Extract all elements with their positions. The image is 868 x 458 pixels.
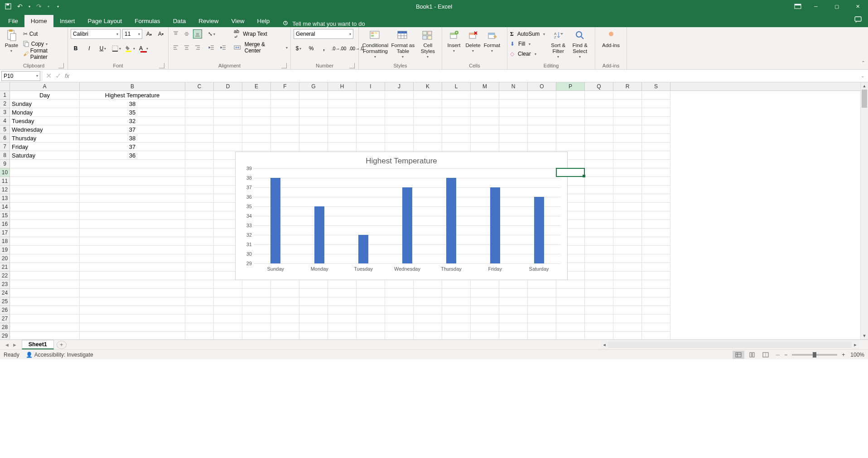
cell-F7[interactable] <box>271 143 299 151</box>
wrap-text-button[interactable]: ab⤶Wrap Text <box>234 29 288 39</box>
cell-D3[interactable] <box>214 108 242 117</box>
cell-K1[interactable] <box>414 91 442 100</box>
cell-P27[interactable] <box>556 315 585 323</box>
cell-R28[interactable] <box>613 323 642 332</box>
cell-P29[interactable] <box>556 332 585 339</box>
cell-O27[interactable] <box>528 315 556 323</box>
cell-J5[interactable] <box>385 125 414 134</box>
tab-page-layout[interactable]: Page Layout <box>82 15 129 27</box>
number-format-select[interactable]: General▾ <box>294 29 353 39</box>
cell-Q7[interactable] <box>585 143 613 151</box>
cell-F27[interactable] <box>271 315 299 323</box>
cell-Q22[interactable] <box>585 272 613 280</box>
cell-P1[interactable] <box>556 91 585 100</box>
cell-G1[interactable] <box>299 91 328 100</box>
cell-R20[interactable] <box>613 254 642 263</box>
cell-E29[interactable] <box>242 332 271 339</box>
cell-F29[interactable] <box>271 332 299 339</box>
cell-J26[interactable] <box>385 306 414 315</box>
cell-E25[interactable] <box>242 297 271 306</box>
column-header-C[interactable]: C <box>185 82 214 91</box>
cell-C4[interactable] <box>185 117 214 125</box>
cell-H23[interactable] <box>328 280 357 289</box>
delete-cells-button[interactable]: Delete▾ <box>464 29 482 53</box>
cell-L2[interactable] <box>442 100 471 108</box>
row-header-8[interactable]: 8 <box>0 151 10 160</box>
cell-O4[interactable] <box>528 117 556 125</box>
cell-H25[interactable] <box>328 297 357 306</box>
cell-G3[interactable] <box>299 108 328 117</box>
cell-S17[interactable] <box>642 229 670 237</box>
cell-Q26[interactable] <box>585 306 613 315</box>
cell-I27[interactable] <box>357 315 385 323</box>
column-header-N[interactable]: N <box>499 82 528 91</box>
cell-B19[interactable] <box>80 246 185 254</box>
cell-S14[interactable] <box>642 203 670 211</box>
cell-E3[interactable] <box>242 108 271 117</box>
cell-I3[interactable] <box>357 108 385 117</box>
cell-S18[interactable] <box>642 237 670 246</box>
cell-F28[interactable] <box>271 323 299 332</box>
cell-Q18[interactable] <box>585 237 613 246</box>
cell-A15[interactable] <box>10 211 80 220</box>
cell-B20[interactable] <box>80 254 185 263</box>
cell-L3[interactable] <box>442 108 471 117</box>
cell-H1[interactable] <box>328 91 357 100</box>
cell-E1[interactable] <box>242 91 271 100</box>
cell-B24[interactable] <box>80 289 185 297</box>
horizontal-scrollbar[interactable]: ◄ ► <box>601 341 859 348</box>
scroll-thumb[interactable] <box>862 90 867 108</box>
cell-R5[interactable] <box>613 125 642 134</box>
cell-K27[interactable] <box>414 315 442 323</box>
cell-Q6[interactable] <box>585 134 613 143</box>
cell-Q13[interactable] <box>585 194 613 203</box>
align-middle-button[interactable] <box>182 29 191 38</box>
column-header-P[interactable]: P <box>556 82 585 91</box>
row-header-10[interactable]: 10 <box>0 168 10 177</box>
format-painter-button[interactable]: 🖌Format Painter <box>23 49 65 59</box>
cell-A5[interactable]: Wednesday <box>10 125 80 134</box>
cell-E4[interactable] <box>242 117 271 125</box>
cell-C7[interactable] <box>185 143 214 151</box>
cell-D27[interactable] <box>214 315 242 323</box>
cell-S11[interactable] <box>642 177 670 186</box>
cell-A11[interactable] <box>10 177 80 186</box>
cell-A6[interactable]: Thursday <box>10 134 80 143</box>
cell-L29[interactable] <box>442 332 471 339</box>
cell-C28[interactable] <box>185 323 214 332</box>
cell-P5[interactable] <box>556 125 585 134</box>
cell-L25[interactable] <box>442 297 471 306</box>
cell-O6[interactable] <box>528 134 556 143</box>
cell-S28[interactable] <box>642 323 670 332</box>
cell-D1[interactable] <box>214 91 242 100</box>
cell-Q12[interactable] <box>585 186 613 194</box>
fx-icon[interactable]: fx <box>65 72 69 79</box>
column-header-E[interactable]: E <box>242 82 271 91</box>
cell-J1[interactable] <box>385 91 414 100</box>
cell-S12[interactable] <box>642 186 670 194</box>
cell-C26[interactable] <box>185 306 214 315</box>
cell-N7[interactable] <box>499 143 528 151</box>
cell-L26[interactable] <box>442 306 471 315</box>
tab-data[interactable]: Data <box>167 15 193 27</box>
cell-R11[interactable] <box>613 177 642 186</box>
cell-L1[interactable] <box>442 91 471 100</box>
cell-J28[interactable] <box>385 323 414 332</box>
cell-Q8[interactable] <box>585 151 613 160</box>
cell-H3[interactable] <box>328 108 357 117</box>
cell-Q21[interactable] <box>585 263 613 272</box>
save-button[interactable] <box>4 2 13 11</box>
hscroll-right[interactable]: ► <box>852 343 859 347</box>
normal-view-button[interactable] <box>733 351 744 359</box>
cell-P6[interactable] <box>556 134 585 143</box>
chart-bar[interactable] <box>270 178 280 263</box>
zoom-level[interactable]: 100% <box>850 352 864 358</box>
row-header-17[interactable]: 17 <box>0 229 10 237</box>
cell-A1[interactable]: Day <box>10 91 80 100</box>
cell-M23[interactable] <box>471 280 499 289</box>
cell-R18[interactable] <box>613 237 642 246</box>
column-header-G[interactable]: G <box>299 82 328 91</box>
cell-B4[interactable]: 32 <box>80 117 185 125</box>
cell-J6[interactable] <box>385 134 414 143</box>
cell-A24[interactable] <box>10 289 80 297</box>
